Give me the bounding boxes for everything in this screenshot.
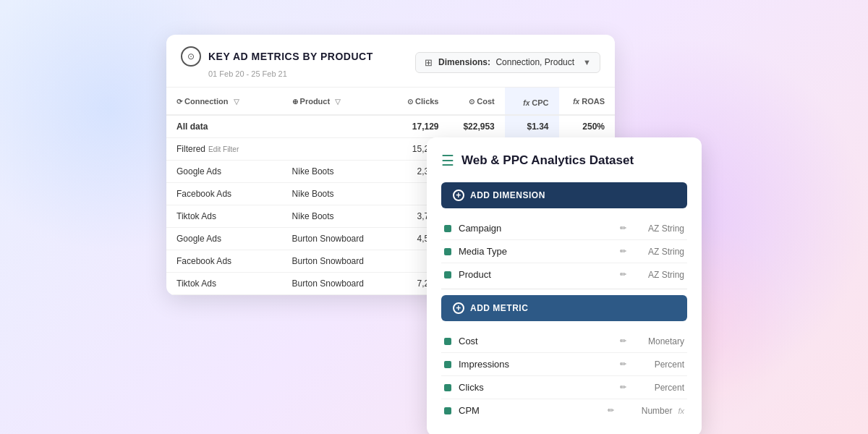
dimension-dot <box>444 271 451 278</box>
connection-col-icon: ⟳ <box>176 98 182 106</box>
metrics-header: ⊙ KEY AD METRICS BY PRODUCT 01 Feb 20 - … <box>166 35 615 88</box>
roas-fx-icon: fx <box>573 98 579 106</box>
metric-fx-icon: fx <box>678 407 684 415</box>
metric-type: Percent <box>626 383 684 393</box>
metrics-card-icon: ⊙ <box>181 46 201 67</box>
cost-col-icon: ⊙ <box>469 98 475 106</box>
cell-product: Nike Boots <box>282 205 393 228</box>
metric-name: Cost <box>459 336 616 346</box>
col-header-connection: ⟳Connection ▽ <box>166 88 282 115</box>
cell-product: Burton Snowboard <box>282 250 393 273</box>
dimension-edit-icon[interactable]: ✏ <box>620 224 626 233</box>
cell-clicks: 17,129 <box>393 115 448 138</box>
add-metric-label: ADD METRIC <box>470 303 528 313</box>
dataset-title: Web & PPC Analytics Dataset <box>461 153 634 168</box>
metric-dot <box>444 407 451 414</box>
col-header-roas: fx ROAS <box>559 88 615 115</box>
metric-edit-icon[interactable]: ✏ <box>608 406 614 415</box>
table-header-row: ⟳Connection ▽ ⊕Product ▽ ⊙Clicks ⊙Cost f… <box>166 88 615 115</box>
cell-product <box>282 115 393 138</box>
metric-dot <box>444 338 451 345</box>
metric-item: Impressions ✏ Percent <box>441 353 687 376</box>
metric-name: CPM <box>459 405 603 416</box>
edit-filter-label[interactable]: Edit Filter <box>208 145 239 153</box>
cpc-wrapper: fx CPC <box>515 95 549 107</box>
metric-type: Percent <box>626 359 684 370</box>
dimensions-list: Campaign ✏ AZ String Media Type ✏ AZ Str… <box>441 217 687 286</box>
metric-dot <box>444 384 451 391</box>
clicks-col-icon: ⊙ <box>407 98 413 106</box>
dimension-type: AZ String <box>626 270 684 280</box>
dimension-edit-icon[interactable]: ✏ <box>620 247 626 256</box>
metric-item: Clicks ✏ Percent <box>441 376 687 399</box>
cell-connection: Tiktok Ads <box>166 273 282 295</box>
cell-cost: $22,953 <box>449 115 505 138</box>
metric-type: Monetary <box>626 336 684 346</box>
add-dimension-button[interactable]: + ADD DIMENSION <box>441 182 687 208</box>
add-dimension-label: ADD DIMENSION <box>470 190 545 200</box>
cell-product: Nike Boots <box>282 183 393 205</box>
cell-roas: 250% <box>559 115 615 138</box>
cell-connection: All data <box>166 115 282 138</box>
dimensions-label: Dimensions: Connection, Product <box>438 57 574 67</box>
dimension-item: Media Type ✏ AZ String <box>441 240 687 263</box>
dimensions-icon: ⊞ <box>425 57 433 68</box>
metric-name: Clicks <box>459 382 616 393</box>
cell-connection: FilteredEdit Filter <box>166 138 282 161</box>
dimension-dot <box>444 248 451 255</box>
metric-dot <box>444 361 451 368</box>
metric-edit-icon[interactable]: ✏ <box>620 336 626 346</box>
metric-type: Number <box>614 406 672 416</box>
metric-edit-icon[interactable]: ✏ <box>620 383 626 392</box>
dimensions-selector[interactable]: ⊞ Dimensions: Connection, Product ▼ <box>415 52 600 73</box>
cell-product: Burton Snowboard <box>282 273 393 295</box>
dataset-card: ☰ Web & PPC Analytics Dataset + ADD DIME… <box>427 137 702 434</box>
cell-product: Nike Boots <box>282 161 393 183</box>
dataset-icon: ☰ <box>441 152 454 169</box>
dimension-name: Media Type <box>459 246 616 257</box>
dataset-header: ☰ Web & PPC Analytics Dataset <box>441 152 687 169</box>
cell-connection: Facebook Ads <box>166 183 282 205</box>
metrics-title-section: ⊙ KEY AD METRICS BY PRODUCT 01 Feb 20 - … <box>181 46 373 78</box>
metrics-icon-title: ⊙ KEY AD METRICS BY PRODUCT <box>181 46 373 67</box>
col-header-product: ⊕Product ▽ <box>282 88 393 115</box>
add-metric-plus-icon: + <box>453 302 464 314</box>
metric-item: Cost ✏ Monetary <box>441 330 687 353</box>
product-col-icon: ⊕ <box>292 98 298 106</box>
chevron-down-icon: ▼ <box>583 58 591 67</box>
col-header-cost: ⊙Cost <box>449 88 505 115</box>
metrics-card-title: KEY AD METRICS BY PRODUCT <box>208 51 373 62</box>
product-filter-icon[interactable]: ▽ <box>335 98 341 106</box>
dimension-type: AZ String <box>626 247 684 257</box>
dimension-item: Campaign ✏ AZ String <box>441 217 687 240</box>
metrics-list: Cost ✏ Monetary Impressions ✏ Percent Cl… <box>441 330 687 422</box>
col-header-clicks: ⊙Clicks <box>393 88 448 115</box>
col-header-cpc: fx CPC <box>505 88 559 115</box>
cell-product <box>282 138 393 161</box>
cell-connection: Facebook Ads <box>166 250 282 273</box>
add-dimension-plus-icon: + <box>453 190 464 201</box>
connection-filter-icon[interactable]: ▽ <box>234 98 239 106</box>
cell-cpc: $1.34 <box>505 115 559 138</box>
dimension-edit-icon[interactable]: ✏ <box>620 270 626 279</box>
dimension-dot <box>444 225 451 232</box>
cell-product: Burton Snowboard <box>282 228 393 250</box>
dimension-name: Campaign <box>459 223 616 234</box>
cell-connection: Google Ads <box>166 228 282 250</box>
metric-item: CPM ✏ Number fx <box>441 399 687 422</box>
add-metric-button[interactable]: + ADD METRIC <box>441 295 687 321</box>
table-row: All data17,129$22,953$1.34250% <box>166 115 615 138</box>
section-divider <box>441 289 687 289</box>
cpc-label: fx CPC <box>523 98 548 107</box>
cell-connection: Tiktok Ads <box>166 205 282 228</box>
metrics-date-range: 01 Feb 20 - 25 Feb 21 <box>208 69 373 78</box>
dimension-name: Product <box>459 269 616 280</box>
dimension-type: AZ String <box>626 224 684 234</box>
dimension-item: Product ✏ AZ String <box>441 263 687 286</box>
metric-name: Impressions <box>459 359 616 370</box>
cell-connection: Google Ads <box>166 161 282 183</box>
metric-edit-icon[interactable]: ✏ <box>620 359 626 369</box>
